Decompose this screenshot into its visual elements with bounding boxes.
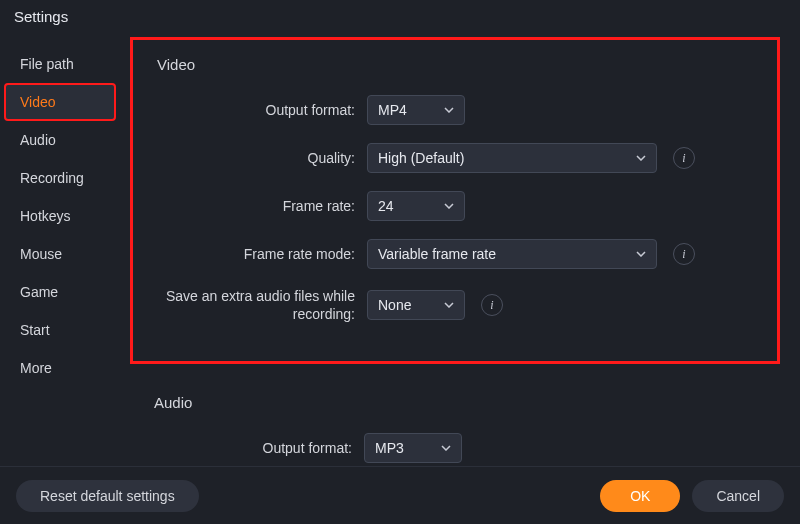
sidebar-item-start[interactable]: Start	[4, 311, 116, 349]
sidebar-item-audio[interactable]: Audio	[4, 121, 116, 159]
row-audio-output-format: Output format: MP3	[154, 433, 756, 463]
sidebar-item-mouse[interactable]: Mouse	[4, 235, 116, 273]
label-output-format: Output format:	[157, 101, 367, 119]
sidebar-item-hotkeys[interactable]: Hotkeys	[4, 197, 116, 235]
select-output-format-value: MP4	[378, 102, 407, 118]
select-save-extra-audio-value: None	[378, 297, 411, 313]
chevron-down-icon	[636, 155, 646, 161]
window-title: Settings	[0, 0, 800, 33]
sidebar-item-recording[interactable]: Recording	[4, 159, 116, 197]
chevron-down-icon	[444, 107, 454, 113]
label-frame-rate-mode: Frame rate mode:	[157, 245, 367, 263]
audio-section: Audio Output format: MP3 Bitrate: 128 kb…	[130, 378, 780, 463]
footer: Reset default settings OK Cancel	[0, 466, 800, 524]
row-frame-rate: Frame rate: 24	[157, 191, 753, 221]
audio-section-title: Audio	[154, 394, 756, 411]
video-section-title: Video	[157, 56, 753, 73]
sidebar-item-file-path[interactable]: File path	[4, 45, 116, 83]
label-frame-rate: Frame rate:	[157, 197, 367, 215]
select-frame-rate-mode[interactable]: Variable frame rate	[367, 239, 657, 269]
select-frame-rate-value: 24	[378, 198, 394, 214]
select-audio-output-format-value: MP3	[375, 440, 404, 456]
label-quality: Quality:	[157, 149, 367, 167]
row-frame-rate-mode: Frame rate mode: Variable frame rate i	[157, 239, 753, 269]
content-area: File path Video Audio Recording Hotkeys …	[0, 33, 800, 463]
info-icon[interactable]: i	[481, 294, 503, 316]
main-panel: Video Output format: MP4 Quality: High (…	[120, 33, 800, 463]
label-audio-output-format: Output format:	[154, 439, 364, 457]
select-quality-value: High (Default)	[378, 150, 464, 166]
cancel-button[interactable]: Cancel	[692, 480, 784, 512]
select-frame-rate-mode-value: Variable frame rate	[378, 246, 496, 262]
chevron-down-icon	[441, 445, 451, 451]
reset-default-button[interactable]: Reset default settings	[16, 480, 199, 512]
ok-button[interactable]: OK	[600, 480, 680, 512]
sidebar-item-video[interactable]: Video	[4, 83, 116, 121]
info-icon[interactable]: i	[673, 243, 695, 265]
select-frame-rate[interactable]: 24	[367, 191, 465, 221]
row-save-extra-audio: Save an extra audio files while recordin…	[157, 287, 753, 323]
sidebar-item-game[interactable]: Game	[4, 273, 116, 311]
label-save-extra-audio: Save an extra audio files while recordin…	[157, 287, 367, 323]
select-quality[interactable]: High (Default)	[367, 143, 657, 173]
select-save-extra-audio[interactable]: None	[367, 290, 465, 320]
sidebar: File path Video Audio Recording Hotkeys …	[0, 33, 120, 463]
select-audio-output-format[interactable]: MP3	[364, 433, 462, 463]
row-quality: Quality: High (Default) i	[157, 143, 753, 173]
sidebar-item-more[interactable]: More	[4, 349, 116, 387]
info-icon[interactable]: i	[673, 147, 695, 169]
video-section: Video Output format: MP4 Quality: High (…	[130, 37, 780, 364]
chevron-down-icon	[444, 302, 454, 308]
row-output-format: Output format: MP4	[157, 95, 753, 125]
chevron-down-icon	[444, 203, 454, 209]
select-output-format[interactable]: MP4	[367, 95, 465, 125]
chevron-down-icon	[636, 251, 646, 257]
